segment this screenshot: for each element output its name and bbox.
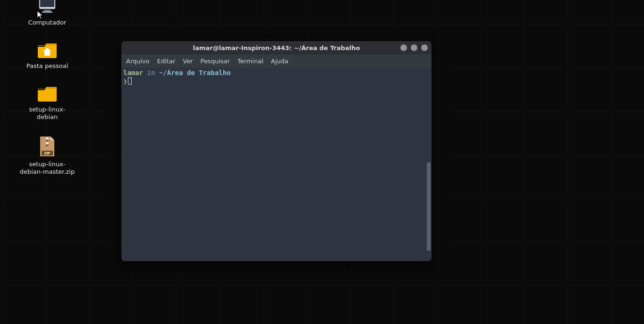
desktop-icon-computer[interactable]: Computador	[19, 0, 76, 26]
desktop-icon-label: setup-linux-debian-master.zip	[19, 161, 76, 176]
desktop-icon-home-folder[interactable]: Pasta pessoal	[19, 41, 76, 70]
window-minimize-button[interactable]	[400, 44, 407, 51]
svg-text:ZIP: ZIP	[44, 151, 51, 155]
home-folder-icon	[36, 41, 58, 60]
window-controls	[400, 44, 428, 51]
svg-rect-7	[46, 145, 49, 146]
svg-rect-2	[44, 10, 51, 11]
terminal-scrollbar-thumb[interactable]	[427, 162, 431, 251]
svg-rect-3	[42, 11, 52, 13]
svg-rect-4	[46, 137, 49, 139]
desktop-icon-label: Computador	[28, 19, 67, 26]
desktop-icon-folder-setup-linux-debian[interactable]: setup-linux-debian	[19, 84, 76, 121]
prompt-user: lamar	[123, 69, 143, 77]
terminal-prompt-line-2: ❯	[123, 77, 430, 85]
window-maximize-button[interactable]	[411, 44, 417, 51]
window-close-button[interactable]	[421, 44, 428, 51]
prompt-path: Área de Trabalho	[167, 69, 231, 77]
desktop-icon-label: Pasta pessoal	[26, 62, 68, 70]
desktop-icons-area: Computador Pasta pessoal setup-linux-deb…	[19, 0, 76, 176]
zip-file-icon: ZIP	[36, 135, 58, 158]
prompt-symbol: ❯	[123, 77, 127, 85]
window-titlebar[interactable]: lamar@lamar-Inspiron-3443: ~/Área de Tra…	[121, 41, 432, 54]
prompt-path-prefix: ~/	[159, 69, 167, 77]
terminal-body[interactable]: lamar in ~/Área de Trabalho ❯	[121, 68, 432, 261]
prompt-in-word: in	[147, 69, 155, 77]
terminal-menubar: Arquivo Editar Ver Pesquisar Terminal Aj…	[121, 54, 432, 68]
terminal-cursor	[128, 77, 132, 85]
svg-rect-6	[46, 142, 49, 144]
menu-pesquisar[interactable]: Pesquisar	[201, 58, 230, 65]
svg-rect-1	[40, 0, 54, 7]
desktop-icon-label: setup-linux-debian	[19, 106, 76, 121]
desktop-icon-zip-file[interactable]: ZIP setup-linux-debian-master.zip	[19, 135, 76, 176]
terminal-window[interactable]: lamar@lamar-Inspiron-3443: ~/Área de Tra…	[121, 41, 432, 261]
terminal-prompt-line-1: lamar in ~/Área de Trabalho	[123, 68, 430, 77]
menu-ajuda[interactable]: Ajuda	[271, 58, 288, 65]
menu-terminal[interactable]: Terminal	[237, 58, 263, 65]
window-title: lamar@lamar-Inspiron-3443: ~/Área de Tra…	[193, 44, 360, 51]
terminal-scrollbar[interactable]	[426, 68, 431, 261]
menu-editar[interactable]: Editar	[157, 58, 176, 65]
folder-icon	[36, 84, 58, 103]
svg-rect-5	[46, 140, 49, 142]
menu-ver[interactable]: Ver	[183, 58, 193, 65]
menu-arquivo[interactable]: Arquivo	[126, 58, 150, 65]
computer-icon	[36, 0, 58, 16]
